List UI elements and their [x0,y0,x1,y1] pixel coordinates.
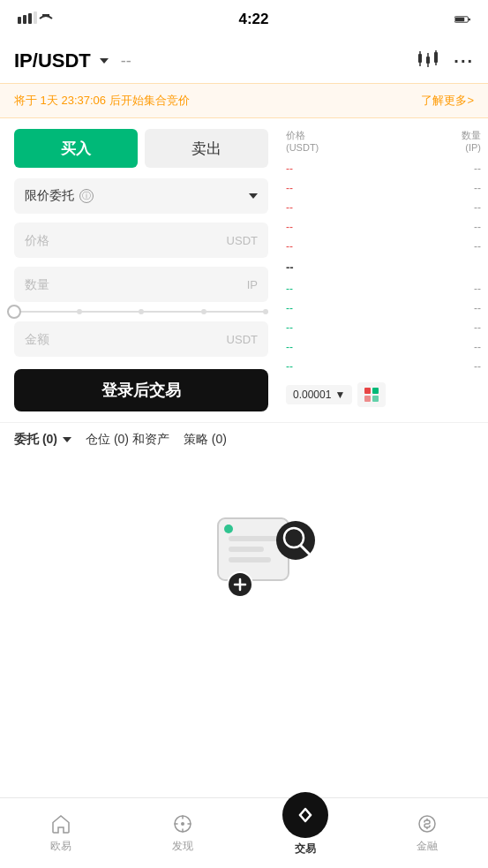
nav-discover-label: 发现 [172,839,193,854]
discover-icon [171,812,194,835]
svg-rect-18 [364,396,371,402]
orderbook-header: 价格 (USDT) 数量 (IP) [286,129,481,155]
tab-cangwei-label: 仓位 (0) 和资产 [86,432,169,448]
sell-row: -- -- [286,160,481,177]
precision-value: 0.00001 [293,389,331,401]
svg-rect-3 [34,11,37,24]
svg-rect-19 [372,396,379,402]
trading-area: 买入 卖出 限价委托 ⓘ USDT [0,118,488,422]
empty-illustration [191,492,297,580]
tab-weituo-dropdown[interactable] [63,437,71,442]
qty-input[interactable] [25,277,247,291]
svg-point-24 [224,525,233,533]
svg-rect-21 [229,536,278,541]
nav-item-discover[interactable]: 发现 [122,812,244,854]
svg-rect-0 [18,17,21,24]
buy-rows: -- -- -- -- -- -- -- -- -- -- [286,280,481,375]
banner-text: 将于 1天 23:37:06 后开始集合竞价 [14,93,190,109]
tab-weituo[interactable]: 委托 (0) [14,432,86,448]
banner-link[interactable]: 了解更多> [421,93,474,109]
header-price-dash: -- [121,52,131,71]
price-input-field[interactable]: USDT [14,223,268,258]
slider-ticks [14,308,268,314]
ob-controls: 0.00001 ▼ [286,382,481,407]
status-bar: 4:22 [0,0,488,39]
svg-rect-2 [28,13,32,24]
buy-row: -- -- [286,338,481,356]
ob-price-col-label: 价格 (USDT) [286,129,319,155]
svg-rect-17 [372,388,379,394]
svg-rect-16 [364,388,371,394]
header-left: IP/USDT -- [14,49,131,72]
sell-row: -- -- [286,218,481,236]
bottom-nav: 欧易 发现 交易 金融 [0,797,488,868]
sell-row: -- -- [286,238,481,255]
svg-rect-6 [455,18,464,22]
buy-row: -- -- [286,280,481,298]
qty-suffix: IP [247,278,258,291]
order-type-row: 限价委托 ⓘ [14,178,268,214]
tab-celue-label: 策略 (0) [184,432,227,448]
nav-item-finance[interactable]: 金融 [366,812,488,854]
trading-pair-title[interactable]: IP/USDT [14,49,91,72]
nav-finance-label: 金融 [417,839,438,854]
order-type-selector[interactable]: 限价委托 ⓘ [14,178,268,214]
nav-item-trade[interactable]: 交易 [244,810,366,857]
buy-row: -- -- [286,319,481,336]
header: IP/USDT -- ··· [0,39,488,83]
amount-suffix: USDT [227,333,258,346]
qty-input-field[interactable]: IP [14,267,268,302]
order-type-info-icon[interactable]: ⓘ [79,189,94,203]
pair-dropdown-icon[interactable] [100,58,109,64]
left-panel: 买入 卖出 限价委托 ⓘ USDT [0,129,282,411]
price-input[interactable] [25,233,227,247]
svg-rect-1 [23,15,26,24]
price-suffix: USDT [227,234,258,247]
orderbook-panel: 价格 (USDT) 数量 (IP) -- -- -- -- -- -- [282,129,488,411]
sell-row: -- -- [286,179,481,197]
login-button[interactable]: 登录后交易 [14,369,268,411]
status-bar-icons-right [454,13,470,26]
order-type-dropdown-icon [249,193,258,199]
ob-qty-col-label: 数量 (IP) [462,129,481,155]
amount-input-field[interactable]: USDT [14,321,268,357]
tick-50 [139,309,144,314]
ob-mid-price: -- [286,260,294,274]
empty-state [0,457,488,598]
ob-chart-view-btn[interactable] [357,382,386,407]
chart-icon[interactable] [417,50,439,72]
precision-dropdown-icon: ▼ [334,389,345,401]
sell-row: -- -- [286,199,481,216]
more-icon[interactable]: ··· [454,51,474,72]
tab-cangwei[interactable]: 仓位 (0) 和资产 [86,432,184,448]
tab-celue[interactable]: 策略 (0) [184,432,227,448]
status-bar-icons-left [18,11,53,27]
svg-rect-5 [469,19,470,21]
sell-rows: -- -- -- -- -- -- -- -- -- -- [286,160,481,255]
tab-weituo-label: 委托 (0) [14,432,57,448]
trade-fab-icon[interactable] [282,792,328,838]
buy-sell-toggle: 买入 卖出 [14,129,268,168]
finance-icon [416,812,439,835]
svg-rect-23 [229,557,271,562]
auction-banner: 将于 1天 23:37:06 后开始集合竞价 了解更多> [0,83,488,118]
tabs-row: 委托 (0) 仓位 (0) 和资产 策略 (0) [0,422,488,457]
status-time: 4:22 [238,11,268,28]
svg-rect-7 [418,54,422,63]
nav-item-home[interactable]: 欧易 [0,812,122,854]
slider-track[interactable] [14,311,268,313]
tick-75 [201,309,206,314]
tick-100 [263,309,268,314]
home-icon [49,812,72,835]
svg-rect-10 [426,57,430,64]
nav-home-label: 欧易 [50,839,71,854]
buy-button[interactable]: 买入 [14,129,138,168]
svg-rect-22 [229,547,264,552]
sell-button[interactable]: 卖出 [145,129,268,168]
svg-rect-13 [434,52,438,63]
ob-mid-row: -- [286,259,481,276]
header-right: ··· [417,50,474,72]
amount-input[interactable] [25,332,227,346]
precision-selector[interactable]: 0.00001 ▼ [286,385,352,404]
order-type-label: 限价委托 [25,188,74,204]
